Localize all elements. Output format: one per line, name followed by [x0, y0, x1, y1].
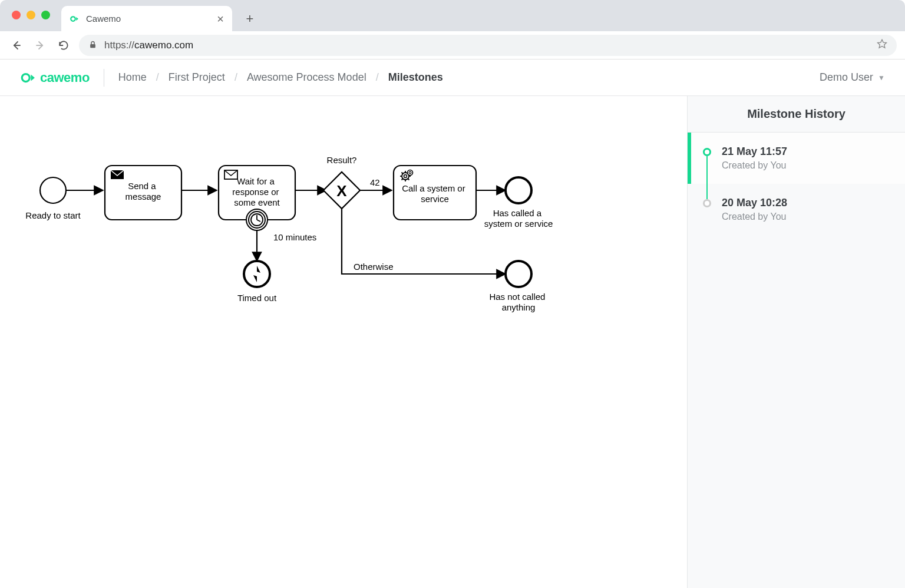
browser-tab[interactable]: Cawemo ×	[61, 6, 232, 31]
svg-text:Wait for a
          response : Wait for a response or some event	[232, 176, 281, 207]
address-bar[interactable]: https://cawemo.com	[79, 35, 897, 56]
timed-out-label: Timed out	[237, 293, 277, 303]
send-message-icon	[111, 170, 124, 179]
svg-text:Has not called
          anyth: Has not called anything	[489, 292, 547, 312]
reload-button[interactable]	[55, 37, 72, 54]
task-wait-response[interactable]: Wait for a response or some event	[219, 166, 295, 230]
panel-title: Milestone History	[688, 96, 905, 133]
svg-rect-1	[90, 44, 95, 47]
tab-favicon-icon	[70, 14, 80, 24]
milestone-title: 20 May 10:28	[722, 197, 891, 209]
task-send-message[interactable]: Send a message	[105, 166, 181, 220]
gateway-label: Result?	[327, 155, 357, 165]
breadcrumb: Home / First Project / Awesome Process M…	[118, 71, 443, 84]
url-scheme: https://	[104, 39, 134, 51]
svg-point-30	[408, 170, 413, 176]
gateway-result[interactable]: X Result?	[323, 155, 360, 209]
svg-marker-2	[878, 39, 887, 48]
window-close-button[interactable]	[12, 11, 21, 19]
svg-point-35	[506, 261, 531, 287]
crumb-sep: /	[156, 71, 159, 84]
back-button[interactable]	[8, 37, 25, 54]
milestone-item[interactable]: 20 May 10:28 Created by You	[688, 184, 905, 235]
forward-button[interactable]	[32, 37, 48, 54]
svg-point-0	[71, 16, 75, 21]
receive-message-icon	[224, 170, 237, 179]
window-minimize-button[interactable]	[27, 11, 35, 19]
url-domain: cawemo.com	[134, 39, 193, 51]
url-text: https://cawemo.com	[104, 39, 193, 51]
svg-point-4	[40, 177, 66, 203]
crumb-model[interactable]: Awesome Process Model	[247, 71, 366, 84]
milestone-subtitle: Created by You	[722, 160, 891, 171]
crumb-home[interactable]: Home	[118, 71, 147, 84]
app-header: cawemo Home / First Project / Awesome Pr…	[0, 60, 905, 96]
start-label: Ready to start	[25, 210, 81, 220]
browser-tab-strip: Cawemo × +	[0, 0, 905, 31]
browser-toolbar: https://cawemo.com	[0, 31, 905, 60]
logo[interactable]: cawemo	[20, 70, 90, 85]
svg-text:Has called a
          system : Has called a system or service	[484, 208, 553, 229]
milestone-marker-icon	[703, 199, 711, 207]
crumb-sep: /	[376, 71, 379, 84]
milestone-title: 21 May 11:57	[722, 146, 891, 158]
end-event-not-called[interactable]: Has not called anything	[489, 261, 547, 312]
task-call-system[interactable]: Call a system or service	[394, 166, 476, 220]
crumb-current: Milestones	[388, 71, 443, 84]
window-traffic-lights	[12, 11, 50, 19]
timer-boundary-event[interactable]	[246, 209, 267, 230]
main-layout: Ready to start Send a message	[0, 96, 905, 588]
user-menu[interactable]: Demo User ▼	[820, 71, 885, 84]
lock-icon	[88, 40, 97, 51]
crumb-project[interactable]: First Project	[169, 71, 225, 84]
timer-label: 10 minutes	[273, 232, 316, 242]
tab-title: Cawemo	[86, 14, 211, 24]
svg-text:X: X	[336, 182, 347, 200]
svg-point-3	[22, 74, 29, 81]
end-event-timed-out[interactable]: Timed out	[237, 261, 277, 303]
diagram-canvas[interactable]: Ready to start Send a message	[0, 96, 687, 588]
flow-42-label: 42	[370, 177, 380, 187]
milestone-history-panel: Milestone History 21 May 11:57 Created b…	[687, 96, 905, 588]
svg-point-16	[244, 261, 270, 287]
svg-point-33	[506, 177, 531, 203]
window-maximize-button[interactable]	[41, 11, 50, 19]
milestone-item[interactable]: 21 May 11:57 Created by You	[688, 133, 905, 184]
svg-text:Send a
          message: Send a message	[125, 181, 161, 201]
user-name: Demo User	[820, 71, 873, 84]
crumb-sep: /	[234, 71, 237, 84]
new-tab-button[interactable]: +	[242, 11, 258, 27]
end-event-called[interactable]: Has called a system or service	[484, 177, 553, 229]
header-divider	[104, 69, 104, 87]
bookmark-star-icon[interactable]	[877, 38, 887, 52]
milestone-marker-icon	[703, 148, 711, 156]
start-event[interactable]: Ready to start	[25, 177, 81, 220]
milestone-list: 21 May 11:57 Created by You 20 May 10:28…	[688, 133, 905, 588]
milestone-subtitle: Created by You	[722, 212, 891, 222]
chevron-down-icon: ▼	[878, 74, 885, 82]
logo-text: cawemo	[40, 70, 90, 85]
tab-close-icon[interactable]: ×	[217, 13, 224, 25]
flow-otherwise-label: Otherwise	[354, 262, 394, 272]
